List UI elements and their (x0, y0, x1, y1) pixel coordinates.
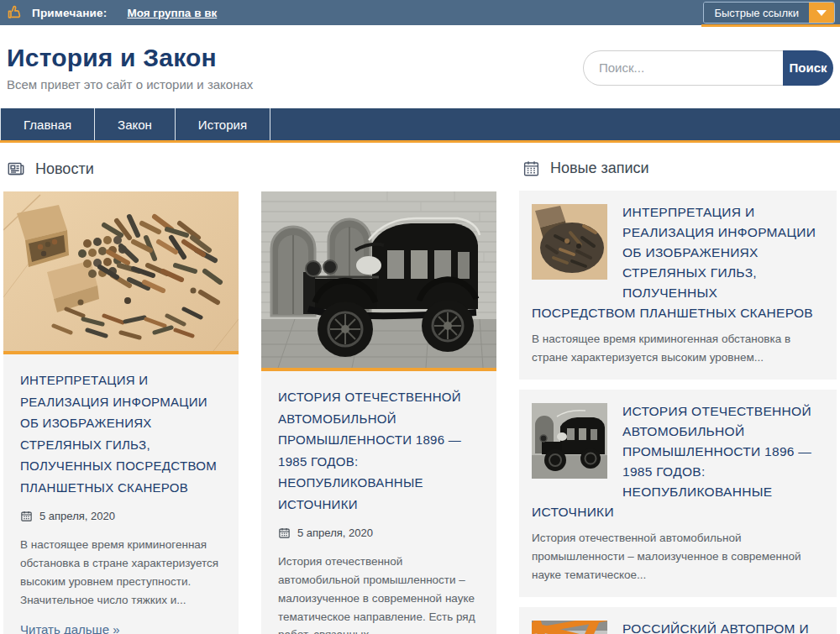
newspaper-icon (7, 160, 25, 178)
recent-thumb-casings[interactable] (532, 204, 607, 280)
bullet-casings-illustration (3, 191, 239, 351)
pointer-hand-icon (7, 4, 24, 21)
recent-thumb-assembly[interactable] (532, 621, 607, 634)
news-section: Новости (3, 160, 496, 634)
post-image-casings[interactable] (3, 191, 239, 354)
bullet-casings-thumb-illustration (532, 204, 607, 280)
nav-item-home[interactable]: Главная (0, 108, 94, 140)
nav-item-history[interactable]: История (175, 108, 270, 140)
post-excerpt: В настоящее время криминогенная обстанов… (20, 536, 222, 609)
chevron-down-icon[interactable] (809, 3, 834, 23)
quick-links-label: Быстрые ссылки (704, 3, 809, 23)
search-input[interactable] (583, 50, 783, 86)
recent-thumb-car[interactable] (532, 403, 607, 479)
news-card-car: ИСТОРИЯ ОТЕЧЕСТВЕННОЙ АВТОМОБИЛЬНОЙ ПРОМ… (261, 191, 496, 634)
calendar-icon (278, 527, 291, 539)
post-date: 5 апреля, 2020 (297, 527, 373, 539)
nav-item-law[interactable]: Закон (94, 108, 175, 140)
search-form: Поиск (583, 50, 833, 86)
calendar-icon (522, 160, 540, 177)
note-label: Примечание: (32, 7, 107, 19)
quick-links-underline (701, 24, 840, 27)
post-image-car[interactable] (261, 191, 496, 371)
site-tagline: Всем привет это сайт о истории и законах (7, 77, 253, 92)
site-header: История и Закон Всем привет это сайт о и… (0, 25, 840, 108)
read-more-link[interactable]: Читать дальше » (20, 622, 120, 634)
news-heading: Новости (35, 160, 94, 178)
recent-heading: Новые записи (550, 160, 649, 177)
recent-entry: ИНТЕРПРЕТАЦИЯ И РЕАЛИЗАЦИЯ ИНФОРМАЦИИ ОБ… (519, 191, 837, 380)
post-date: 5 апреля, 2020 (39, 510, 115, 522)
calendar-icon (20, 510, 33, 522)
topbar: Примечание: Моя группа в вк Быстрые ссыл… (0, 0, 840, 25)
main-nav: Главная Закон История (0, 108, 840, 143)
site-title[interactable]: История и Закон (7, 44, 253, 72)
recent-entry-excerpt: История отечественной автомобильной пром… (532, 529, 824, 585)
recent-posts-widget: Новые записи (519, 160, 837, 634)
recent-entry-excerpt: В настоящее время криминогенная обстанов… (532, 330, 824, 368)
post-title[interactable]: ИСТОРИЯ ОТЕЧЕСТВЕННОЙ АВТОМОБИЛЬНОЙ ПРОМ… (278, 386, 480, 515)
vk-group-link[interactable]: Моя группа в вк (127, 7, 217, 19)
assembly-line-thumb-illustration (532, 621, 607, 634)
quick-links-button[interactable]: Быстрые ссылки (703, 2, 835, 24)
post-title[interactable]: ИНТЕРПРЕТАЦИЯ И РЕАЛИЗАЦИЯ ИНФОРМАЦИИ ОБ… (20, 369, 222, 498)
post-excerpt: История отечественной автомобильной пром… (278, 553, 480, 634)
recent-entry: ИСТОРИЯ ОТЕЧЕСТВЕННОЙ АВТОМОБИЛЬНОЙ ПРОМ… (519, 390, 837, 597)
vintage-car-illustration (261, 191, 496, 368)
search-button[interactable]: Поиск (783, 50, 833, 86)
vintage-car-thumb-illustration (532, 403, 607, 479)
recent-entry: РОССИЙСКИЙ АВТОПРОМ И НАМИ Центральный о… (519, 607, 837, 634)
news-card-casings: ИНТЕРПРЕТАЦИЯ И РЕАЛИЗАЦИЯ ИНФОРМАЦИИ ОБ… (3, 191, 239, 634)
